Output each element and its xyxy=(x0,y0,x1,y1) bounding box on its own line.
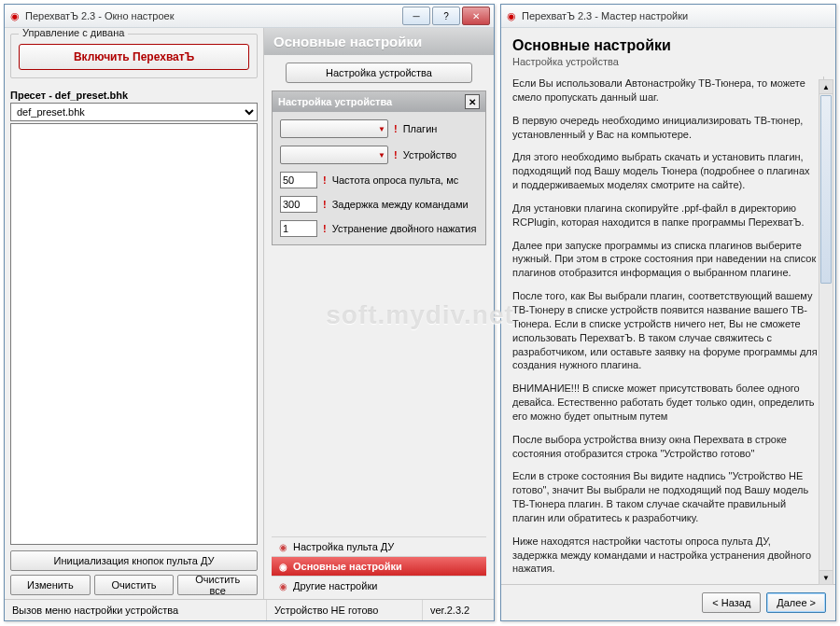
plugin-label: Плагин xyxy=(403,123,438,134)
status-hint: Вызов меню настройки устройства xyxy=(5,600,267,620)
enable-intercept-button[interactable]: Включить ПерехватЪ xyxy=(19,44,249,70)
warning-icon: ! xyxy=(323,174,327,186)
statusbar: Вызов меню настройки устройства Устройст… xyxy=(5,599,494,620)
settings-nav: ◉Настройка пульта ДУ ◉Основные настройки… xyxy=(272,536,486,595)
command-delay-label: Задержка между командами xyxy=(332,199,469,210)
scroll-thumb[interactable] xyxy=(820,95,832,284)
settings-window: ◉ ПерехватЪ 2.3 - Окно настроек ─ ? ✕ Уп… xyxy=(4,4,495,621)
poll-frequency-input[interactable] xyxy=(280,172,317,188)
poll-frequency-label: Частота опроса пульта, мс xyxy=(332,174,459,186)
edit-button[interactable]: Изменить xyxy=(10,575,91,595)
wizard-title: ПерехватЪ 2.3 - Мастер настройки xyxy=(522,10,832,21)
close-button[interactable]: ✕ xyxy=(462,7,490,25)
chevron-down-icon: ▼ xyxy=(378,151,385,160)
sofa-control-legend: Управление с дивана xyxy=(19,28,128,38)
scroll-down-button[interactable]: ▼ xyxy=(819,570,833,584)
minimize-button[interactable]: ─ xyxy=(402,7,430,25)
scroll-up-button[interactable]: ▲ xyxy=(819,80,833,94)
preset-label: Пресет - def_preset.bhk xyxy=(10,90,258,101)
clear-button[interactable]: Очистить xyxy=(94,575,175,595)
preset-listbox[interactable] xyxy=(10,123,258,545)
next-button[interactable]: Далее > xyxy=(766,592,826,613)
wifi-icon: ◉ xyxy=(279,562,287,572)
main-settings-panel: Основные настройки Настройка устройства … xyxy=(264,28,494,599)
app-icon: ◉ xyxy=(505,9,518,22)
preset-combobox[interactable]: def_preset.bhk xyxy=(10,103,258,121)
double-press-label: Устранение двойного нажатия xyxy=(332,223,477,234)
app-icon: ◉ xyxy=(8,9,21,22)
device-label: Устройство xyxy=(403,149,457,160)
wizard-window: ◉ ПерехватЪ 2.3 - Мастер настройки Основ… xyxy=(500,4,836,621)
status-version: ver.2.3.2 xyxy=(423,600,494,620)
command-delay-input[interactable] xyxy=(280,196,317,213)
wifi-icon: ◉ xyxy=(279,581,287,591)
back-button[interactable]: < Назад xyxy=(702,592,761,613)
wizard-footer: < Назад Далее > xyxy=(501,584,835,620)
wizard-titlebar[interactable]: ◉ ПерехватЪ 2.3 - Мастер настройки xyxy=(501,5,835,28)
status-device: Устройство НЕ готово xyxy=(267,600,423,620)
main-settings-header: Основные настройки xyxy=(264,28,494,55)
nav-remote-config[interactable]: ◉Настройка пульта ДУ xyxy=(272,536,486,556)
device-config-button[interactable]: Настройка устройства xyxy=(286,63,472,83)
chevron-down-icon: ▼ xyxy=(378,125,385,133)
help-button[interactable]: ? xyxy=(432,7,460,25)
device-config-panel: Настройка устройства ✕ ▼ ! Плагин ▼ xyxy=(272,90,486,245)
wizard-subheading: Настройка устройства xyxy=(512,56,824,67)
clear-all-button[interactable]: Очистить все xyxy=(177,575,258,595)
nav-other-settings[interactable]: ◉Другие настройки xyxy=(272,576,486,595)
warning-icon: ! xyxy=(323,199,327,210)
scrollbar[interactable]: ▲ ▼ xyxy=(819,79,833,585)
init-remote-buttons-button[interactable]: Инициализация кнопок пульта ДУ xyxy=(10,550,258,571)
wizard-text: Если Вы использовали Автонастройку ТВ-Тю… xyxy=(512,77,824,578)
sofa-control-group: Управление с дивана Включить ПерехватЪ xyxy=(10,34,258,78)
device-panel-title: Настройка устройства xyxy=(278,96,392,107)
warning-icon: ! xyxy=(394,149,398,160)
double-press-input[interactable] xyxy=(280,220,317,237)
nav-main-settings[interactable]: ◉Основные настройки xyxy=(272,556,486,576)
warning-icon: ! xyxy=(394,123,398,134)
device-dropdown[interactable]: ▼ xyxy=(280,146,388,164)
left-panel: Управление с дивана Включить ПерехватЪ П… xyxy=(5,28,264,599)
wifi-icon: ◉ xyxy=(279,542,287,552)
panel-close-button[interactable]: ✕ xyxy=(465,94,480,109)
plugin-dropdown[interactable]: ▼ xyxy=(280,119,388,138)
titlebar[interactable]: ◉ ПерехватЪ 2.3 - Окно настроек ─ ? ✕ xyxy=(5,5,494,28)
wizard-heading: Основные настройки xyxy=(512,37,824,54)
warning-icon: ! xyxy=(323,223,327,234)
window-title: ПерехватЪ 2.3 - Окно настроек xyxy=(25,10,400,21)
